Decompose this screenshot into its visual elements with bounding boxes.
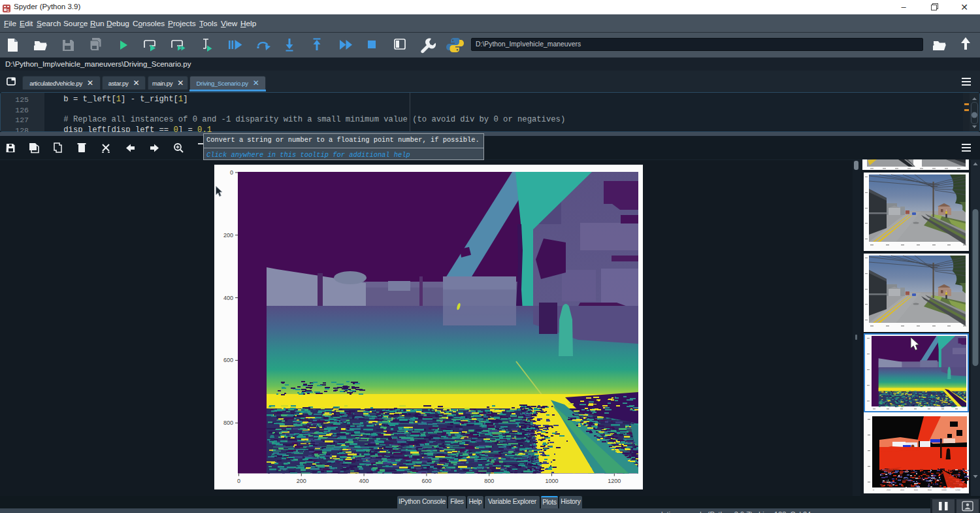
svg-text:0: 0: [230, 169, 233, 176]
svg-text:800: 800: [928, 489, 932, 491]
svg-text:1000: 1000: [545, 478, 558, 484]
svg-text:400: 400: [223, 295, 233, 301]
svg-text:0: 0: [237, 478, 240, 484]
svg-text:1200: 1200: [608, 478, 621, 484]
svg-text:0: 0: [873, 489, 874, 491]
svg-text:800: 800: [484, 478, 494, 484]
svg-text:1200: 1200: [955, 489, 960, 491]
svg-text:800: 800: [223, 420, 233, 426]
svg-text:400: 400: [900, 489, 904, 491]
svg-text:1000: 1000: [941, 489, 947, 491]
svg-text:200: 200: [297, 478, 306, 484]
svg-text:400: 400: [359, 478, 369, 484]
svg-text:600: 600: [223, 357, 233, 363]
svg-text:s: s: [7, 8, 10, 12]
svg-text:200: 200: [887, 489, 890, 491]
svg-text:200: 200: [223, 232, 233, 239]
svg-text:600: 600: [914, 489, 918, 491]
svg-text:600: 600: [421, 478, 431, 484]
